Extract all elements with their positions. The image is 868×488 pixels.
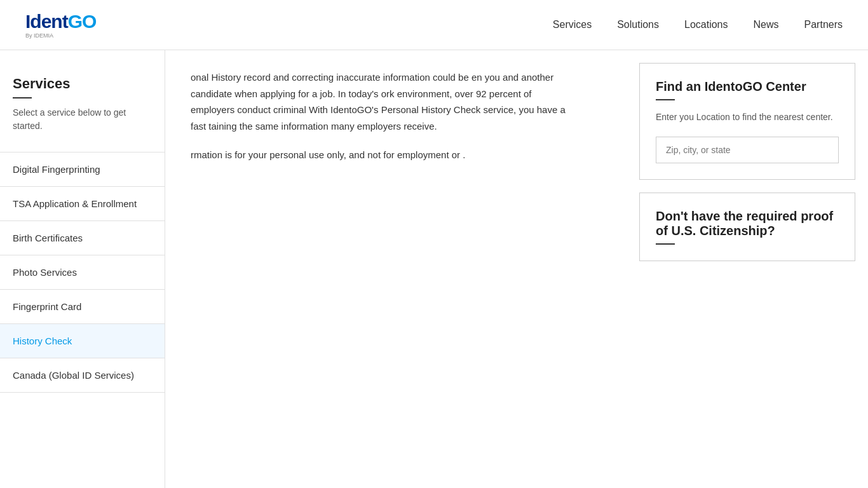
page-wrapper: Services Select a service below to get s… (0, 50, 868, 488)
citizenship-title: Don't have the required proof of U.S. Ci… (656, 209, 839, 238)
find-center-underline (656, 99, 675, 100)
sidebar-nav: Digital Fingerprinting TSA Application &… (0, 152, 165, 393)
content-paragraph-1: onal History record and correcting inacc… (191, 69, 572, 134)
nav-news[interactable]: News (754, 19, 779, 30)
sidebar-item-history-check[interactable]: History Check (0, 323, 165, 358)
nav-locations[interactable]: Locations (684, 19, 728, 30)
citizenship-underline (656, 243, 675, 245)
header: IdentGO By IDEMIA Services Solutions Loc… (0, 0, 868, 50)
nav-services[interactable]: Services (553, 19, 592, 30)
sidebar-title-underline (13, 97, 32, 98)
sidebar: Services Select a service below to get s… (0, 50, 165, 488)
right-panel: Find an IdentoGO Center Enter you Locati… (627, 50, 868, 488)
find-center-description: Enter you Location to find the nearest c… (656, 110, 839, 124)
sidebar-item-fingerprint-card[interactable]: Fingerprint Card (0, 289, 165, 323)
sidebar-header: Services Select a service below to get s… (0, 63, 165, 146)
sidebar-item-photo-services[interactable]: Photo Services (0, 255, 165, 289)
logo[interactable]: IdentGO By IDEMIA (25, 11, 96, 39)
logo-go: GO (68, 11, 97, 32)
sidebar-subtitle: Select a service below to get started. (13, 106, 152, 133)
citizenship-card: Don't have the required proof of U.S. Ci… (639, 193, 855, 261)
find-center-title: Find an IdentoGO Center (656, 79, 839, 94)
find-center-card: Find an IdentoGO Center Enter you Locati… (639, 63, 855, 180)
sidebar-item-birth-certificates[interactable]: Birth Certificates (0, 220, 165, 255)
location-search-input[interactable] (656, 137, 839, 163)
sidebar-item-canada-global[interactable]: Canada (Global ID Services) (0, 358, 165, 393)
logo-ident: Ident (25, 11, 68, 32)
main-content: onal History record and correcting inacc… (165, 50, 627, 488)
nav-solutions[interactable]: Solutions (617, 19, 659, 30)
nav-partners[interactable]: Partners (804, 19, 843, 30)
sidebar-title: Services (13, 76, 152, 92)
logo-by-idemia: By IDEMIA (25, 32, 53, 39)
main-nav: Services Solutions Locations News Partne… (553, 19, 843, 30)
sidebar-item-tsa-enrollment[interactable]: TSA Application & Enrollment (0, 186, 165, 220)
content-paragraph-2: rmation is for your personal use only, a… (191, 147, 572, 163)
sidebar-item-digital-fingerprinting[interactable]: Digital Fingerprinting (0, 152, 165, 186)
content-body: onal History record and correcting inacc… (191, 69, 572, 163)
